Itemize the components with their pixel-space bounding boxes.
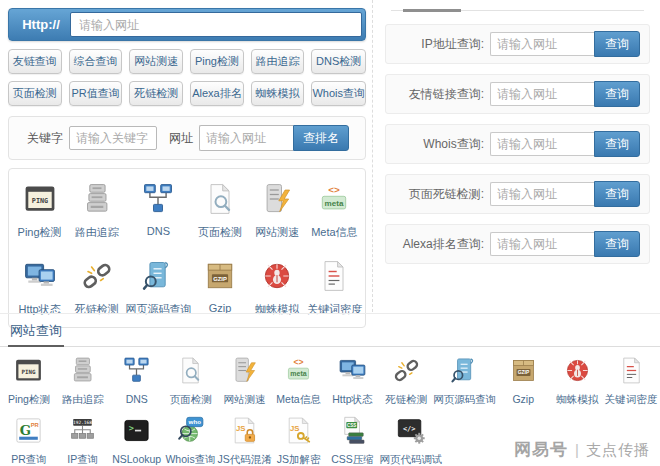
- quick-query-button[interactable]: 页面检测: [8, 81, 62, 106]
- whois-search-icon: who: [175, 432, 206, 449]
- tool-item-label: Meta信息: [272, 393, 326, 407]
- watermark-name: 支点传播: [586, 441, 650, 460]
- tool-item[interactable]: 网页源码查询: [433, 355, 496, 407]
- tool-item[interactable]: <>metaMeta信息: [306, 181, 363, 240]
- tool-item[interactable]: JSJS加解密: [272, 415, 326, 466]
- tool-item[interactable]: 路由追踪: [56, 355, 110, 407]
- query-url-input[interactable]: [490, 82, 594, 106]
- quick-query-button[interactable]: Ping检测: [190, 49, 244, 74]
- tool-item[interactable]: 页面检测: [164, 355, 218, 407]
- keyword-input[interactable]: [69, 126, 157, 150]
- quick-query-button[interactable]: PR值查询: [69, 81, 123, 106]
- pr-google-icon: GPR: [13, 432, 44, 449]
- tool-item[interactable]: 死链检测: [379, 355, 433, 407]
- query-url-input[interactable]: [490, 232, 594, 256]
- query-row: 页面死链检测:查询: [385, 174, 650, 214]
- tool-item-label: 网站测速: [218, 393, 272, 407]
- quick-query-button[interactable]: 网站测速: [129, 49, 183, 74]
- tool-item[interactable]: GZIPGzip: [191, 258, 248, 317]
- quick-query-button[interactable]: 死链检测: [129, 81, 183, 106]
- tool-item-label: 关键词密度: [604, 393, 658, 407]
- http-status-icon: [22, 280, 58, 297]
- tool-item-label: Http状态: [325, 393, 379, 407]
- quick-query-button[interactable]: 综合查询: [69, 49, 123, 74]
- query-url-input[interactable]: [490, 32, 594, 56]
- query-submit-button[interactable]: 查询: [594, 131, 640, 157]
- tool-item[interactable]: <>metaMeta信息: [272, 355, 326, 407]
- query-url-input[interactable]: [490, 182, 594, 206]
- query-submit-button[interactable]: 查询: [594, 181, 640, 207]
- spider-icon: [259, 280, 295, 297]
- server-stack-icon: [79, 203, 115, 220]
- tool-item-label: Ping检测: [2, 393, 56, 407]
- query-url-input[interactable]: [490, 132, 594, 156]
- quick-query-button[interactable]: 蜘蛛模拟: [251, 81, 305, 106]
- tool-item-label: 网页源码查询: [433, 393, 496, 407]
- tool-item[interactable]: PINGPing检测: [11, 181, 68, 240]
- tool-item[interactable]: GZIPGzip: [496, 355, 550, 407]
- watermark-divider: |: [575, 441, 579, 458]
- keyword-density-icon: [316, 280, 352, 297]
- left-tools-grid: PINGPing检测路由追踪DNS页面检测网站测速<>metaMeta信息Htt…: [8, 168, 366, 328]
- tool-item[interactable]: whoWhois查询: [164, 415, 218, 466]
- tool-item[interactable]: CSSCSS压缩: [326, 415, 380, 466]
- tab-website-query[interactable]: 网站查询: [8, 320, 64, 347]
- quick-query-button[interactable]: Whois查询: [311, 81, 366, 106]
- url-input[interactable]: [70, 12, 362, 37]
- bottom-section: 网站查询 PINGPing检测路由追踪DNS页面检测网站测速<>metaMeta…: [0, 313, 660, 466]
- quick-query-button[interactable]: DNS检测: [311, 49, 366, 74]
- svg-text:meta: meta: [290, 370, 306, 377]
- tool-item-label: Ping检测: [11, 225, 68, 240]
- right-column: IP地址查询:查询友情链接查询:查询Whois查询:查询页面死链检测:查询Ale…: [372, 0, 660, 312]
- tool-item[interactable]: 关键词密度: [306, 258, 363, 317]
- tool-item-label: 网站测速: [249, 225, 306, 240]
- meta-tag-icon: <>meta: [283, 372, 314, 389]
- quick-query-button[interactable]: 路由追踪: [251, 49, 305, 74]
- tool-item[interactable]: Http状态: [11, 258, 68, 317]
- tool-item-label: JS加解密: [272, 453, 326, 466]
- tool-item-label: NSLookup: [110, 453, 164, 465]
- svg-text:>: >: [129, 423, 134, 433]
- tool-item[interactable]: 页面检测: [191, 181, 248, 240]
- query-row: Whois查询:查询: [385, 124, 650, 164]
- tool-item[interactable]: PINGPing检测: [2, 355, 56, 407]
- query-submit-button[interactable]: 查询: [594, 31, 640, 57]
- svg-text:192.168: 192.168: [73, 420, 92, 425]
- svg-text:CSS: CSS: [347, 423, 356, 428]
- tool-item[interactable]: 网页源码查询: [125, 258, 191, 317]
- tool-item[interactable]: JSJS代码混淆: [217, 415, 271, 466]
- query-label: 页面死链检测:: [392, 186, 484, 203]
- rank-submit-button[interactable]: 查排名: [293, 125, 349, 151]
- tool-item[interactable]: >NSLookup: [110, 415, 164, 466]
- query-row: Alexa排名查询:查询: [385, 224, 650, 264]
- tool-item[interactable]: 192.168IP查询: [56, 415, 110, 466]
- tool-item[interactable]: 蜘蛛模拟: [249, 258, 306, 317]
- query-submit-button[interactable]: 查询: [594, 231, 640, 257]
- quick-query-button[interactable]: Alexa排名: [190, 81, 244, 106]
- rank-query-box: 关键字 网址 查排名: [8, 116, 366, 160]
- tool-item[interactable]: 蜘蛛模拟: [550, 355, 604, 407]
- query-submit-button[interactable]: 查询: [594, 81, 640, 107]
- tool-item[interactable]: 网站测速: [249, 181, 306, 240]
- tool-item-label: 网页代码调试: [380, 453, 443, 466]
- keyword-density-icon: [616, 372, 647, 389]
- tool-item[interactable]: GPRPR查询: [2, 415, 56, 466]
- query-label: Whois查询:: [392, 136, 484, 153]
- bottom-tools-row1: PINGPing检测路由追踪DNS页面检测网站测速<>metaMeta信息Htt…: [0, 355, 660, 407]
- rank-url-input[interactable]: [199, 125, 293, 151]
- tool-item[interactable]: 路由追踪: [68, 181, 125, 240]
- svg-text:</>: </>: [402, 425, 415, 433]
- watermark-brand: 网易号: [514, 438, 568, 461]
- gzip-box-icon: GZIP: [202, 280, 238, 297]
- tool-item[interactable]: 关键词密度: [604, 355, 658, 407]
- tool-item[interactable]: Http状态: [325, 355, 379, 407]
- tool-item[interactable]: 网站测速: [218, 355, 272, 407]
- tool-item[interactable]: DNS: [110, 355, 164, 407]
- meta-tag-icon: <>meta: [316, 203, 352, 220]
- quick-query-button[interactable]: 友链查询: [8, 49, 62, 74]
- tool-item[interactable]: 死链检测: [68, 258, 125, 317]
- tool-item[interactable]: </>网页代码调试: [380, 415, 443, 466]
- tool-item[interactable]: DNS: [125, 181, 191, 240]
- tool-item-label: Gzip: [496, 393, 550, 405]
- svg-text:JS: JS: [290, 424, 299, 433]
